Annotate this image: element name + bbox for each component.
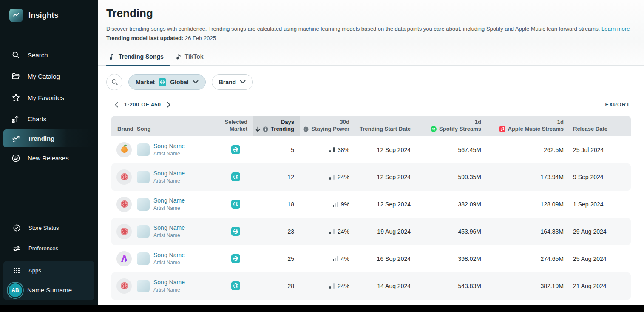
preferences-icon <box>12 243 21 253</box>
selected-market-cell <box>218 172 253 181</box>
market-filter[interactable]: Market Global <box>128 74 206 90</box>
artist-name[interactable]: Artist Name <box>153 151 185 157</box>
app-logo[interactable]: Insights <box>0 0 98 31</box>
song-cell[interactable]: Song Name Artist Name <box>137 142 218 157</box>
red-flower-logo-icon <box>116 278 132 294</box>
artist-name[interactable]: Artist Name <box>153 178 185 185</box>
table-row[interactable]: Song Name Artist Name 28 24% 14 Aug 2024… <box>111 272 631 300</box>
learn-more-link[interactable]: Learn more <box>601 26 630 32</box>
sidebar-item-trending[interactable]: Trending <box>3 129 94 147</box>
sidebar-item-my-catalog[interactable]: My Catalog <box>0 66 98 87</box>
days-trending-value: 18 <box>253 201 300 208</box>
table-row[interactable]: Song Name Artist Name 12 24% 12 Sep 2024… <box>111 163 631 191</box>
column-header-days-trending[interactable]: Days Trending <box>253 116 300 136</box>
app-window: Insights Search My Catalog My Favorites <box>0 0 644 305</box>
page-header: Trending Discover trending songs with co… <box>98 0 644 41</box>
info-icon[interactable] <box>303 126 309 132</box>
artist-name[interactable]: Artist Name <box>153 205 185 212</box>
song-name[interactable]: Song Name <box>153 142 185 151</box>
table-search-button[interactable] <box>106 74 122 90</box>
sidebar-item-label: Trending <box>28 135 54 142</box>
page-description: Discover trending songs with confidence.… <box>106 25 635 33</box>
staying-power-value: 24% <box>338 174 349 180</box>
music-note-icon <box>109 53 115 60</box>
export-button[interactable]: EXPORT <box>604 100 631 109</box>
red-flower-logo-icon <box>116 224 132 239</box>
user-menu[interactable]: AB Name Surname <box>3 280 94 300</box>
sidebar-item-label: New Releases <box>28 155 69 162</box>
insights-logo-icon <box>9 9 23 22</box>
staying-power-bars-icon <box>329 175 335 180</box>
column-header-release-date[interactable]: Release Date <box>570 116 631 136</box>
staying-power-value: 4% <box>341 255 349 262</box>
sidebar-item-label: My Catalog <box>28 73 60 80</box>
sidebar-item-preferences[interactable]: Preferences <box>0 238 98 258</box>
info-icon[interactable] <box>263 126 268 132</box>
chevron-down-icon <box>193 80 199 84</box>
red-flower-logo-icon <box>116 197 132 212</box>
previous-page-icon[interactable] <box>111 100 122 110</box>
column-header-trending-start-date[interactable]: Trending Start Date <box>355 116 417 136</box>
page-title: Trending <box>106 7 635 20</box>
column-header-brand[interactable]: Brand <box>111 116 137 136</box>
sort-descending-icon[interactable] <box>255 126 260 132</box>
sidebar-item-new-releases[interactable]: New Releases <box>0 147 98 169</box>
sidebar-item-charts[interactable]: Charts <box>0 108 98 129</box>
artist-name[interactable]: Artist Name <box>153 232 185 239</box>
apple-music-streams-value: 274.65M <box>487 255 570 262</box>
orange-fruit-logo-icon <box>116 142 132 157</box>
artist-name[interactable]: Artist Name <box>153 260 185 266</box>
song-name[interactable]: Song Name <box>153 224 185 232</box>
song-cell[interactable]: Song Name Artist Name <box>137 251 218 266</box>
staying-power-cell: 24% <box>300 283 355 289</box>
purple-a-logo-icon <box>116 251 132 266</box>
column-header-staying-power[interactable]: 30d Staying Power <box>300 116 355 136</box>
tab-trending-songs[interactable]: Trending Songs <box>106 51 170 65</box>
song-cell[interactable]: Song Name Artist Name <box>137 169 218 184</box>
apps-button[interactable]: Apps <box>3 261 94 280</box>
trending-start-date: 16 Sep 2024 <box>355 255 417 262</box>
brand-filter[interactable]: Brand <box>212 74 253 90</box>
release-date: 9 Sep 2024 <box>570 174 631 180</box>
artist-name[interactable]: Artist Name <box>153 287 185 294</box>
sidebar-secondary-nav: Store Status Preferences Apps AB Name Su… <box>0 218 98 305</box>
sidebar-item-my-favorites[interactable]: My Favorites <box>0 87 98 108</box>
album-art-placeholder <box>137 280 150 292</box>
table-row[interactable]: Song Name Artist Name 23 24% 19 Aug 2024… <box>111 218 631 245</box>
release-date: 1 Sep 2024 <box>570 201 631 208</box>
trending-start-date: 12 Sep 2024 <box>355 174 417 180</box>
song-cell[interactable]: Song Name Artist Name <box>137 197 218 212</box>
column-header-selected-market[interactable]: Selected Market <box>218 116 253 136</box>
tab-tiktok[interactable]: TikTok <box>173 51 210 65</box>
song-cell[interactable]: Song Name Artist Name <box>137 278 218 293</box>
staying-power-cell: 24% <box>300 174 355 180</box>
table-row[interactable]: Song Name Artist Name 18 9% 12 Sep 2024 … <box>111 191 631 218</box>
song-name[interactable]: Song Name <box>153 251 185 260</box>
brand-cell <box>111 278 137 294</box>
song-name[interactable]: Song Name <box>153 169 185 178</box>
selected-market-cell <box>218 200 253 209</box>
album-art-placeholder <box>137 198 150 211</box>
song-name[interactable]: Song Name <box>153 197 185 205</box>
sidebar-item-store-status[interactable]: Store Status <box>0 218 98 238</box>
apps-label: Apps <box>28 267 41 274</box>
song-name[interactable]: Song Name <box>153 278 185 287</box>
spotify-icon <box>431 126 437 132</box>
search-icon <box>11 50 20 60</box>
next-page-icon[interactable] <box>164 100 174 110</box>
song-cell[interactable]: Song Name Artist Name <box>137 224 218 239</box>
star-icon <box>11 93 20 102</box>
column-header-spotify-streams[interactable]: 1d Spotify Streams <box>417 116 487 136</box>
album-art-placeholder <box>137 143 150 156</box>
column-header-apple-music-streams[interactable]: 1d Apple Music Streams <box>487 116 570 136</box>
apple-music-streams-value: 262.5M <box>487 146 570 153</box>
table-row[interactable]: Song Name Artist Name 25 4% 16 Sep 2024 … <box>111 245 631 272</box>
brand-cell <box>111 142 137 157</box>
sidebar-item-search[interactable]: Search <box>0 44 98 66</box>
table-row[interactable]: Song Name Artist Name 5 38% 12 Sep 2024 … <box>111 136 631 163</box>
new-releases-icon <box>11 153 20 163</box>
pagination-range: 1-200 OF 450 <box>124 102 161 108</box>
chevron-down-icon <box>240 80 246 84</box>
selected-market-cell <box>218 254 253 263</box>
column-header-song[interactable]: Song <box>137 116 218 136</box>
